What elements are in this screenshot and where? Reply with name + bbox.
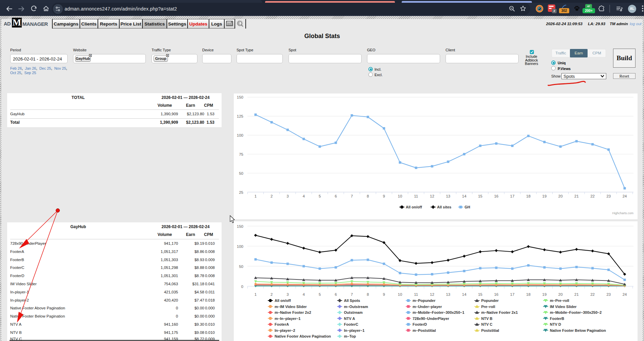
- svg-text:16: 16: [494, 292, 499, 296]
- svg-text:m–Popunder: m–Popunder: [413, 299, 436, 303]
- svg-text:21: 21: [574, 292, 579, 296]
- svg-text:m–In–player–1: m–In–player–1: [275, 317, 300, 321]
- svg-text:In–player–2: In–player–2: [275, 328, 295, 333]
- svg-text:m–Top: m–Top: [344, 334, 356, 338]
- svg-text:5: 5: [319, 292, 321, 296]
- svg-text:13: 13: [446, 292, 450, 296]
- svg-text:20: 20: [558, 194, 563, 198]
- svg-text:In–player–1: In–player–1: [344, 328, 365, 333]
- svg-text:Native Footer Below Pagination: Native Footer Below Pagination: [550, 328, 606, 333]
- svg-text:Outstream: Outstream: [344, 310, 363, 314]
- svg-text:NTV C: NTV C: [481, 322, 492, 326]
- svg-text:1: 1: [255, 292, 257, 296]
- svg-text:FooterD: FooterD: [413, 322, 427, 326]
- svg-text:25: 25: [239, 190, 243, 194]
- svg-text:m–IM Video Slider: m–IM Video Slider: [275, 305, 307, 309]
- svg-text:21: 21: [574, 194, 579, 198]
- svg-text:100: 100: [237, 244, 243, 249]
- svg-text:19: 19: [542, 292, 547, 296]
- svg-text:23: 23: [606, 292, 611, 296]
- svg-text:12: 12: [430, 292, 434, 296]
- svg-text:2: 2: [271, 194, 273, 198]
- svg-text:16: 16: [494, 194, 499, 198]
- svg-text:All Spots: All Spots: [344, 299, 360, 303]
- svg-text:FooterC: FooterC: [344, 322, 358, 326]
- svg-text:m–Under–player: m–Under–player: [413, 305, 442, 309]
- svg-text:17: 17: [510, 194, 515, 198]
- svg-text:125: 125: [237, 114, 243, 118]
- svg-text:Pre–roll: Pre–roll: [481, 305, 495, 309]
- svg-text:m–Mobile–Footer–300x250–1: m–Mobile–Footer–300x250–1: [413, 310, 464, 314]
- svg-text:11: 11: [414, 292, 418, 296]
- svg-text:14: 14: [462, 292, 467, 296]
- svg-text:15: 15: [478, 194, 483, 198]
- svg-text:20: 20: [558, 292, 563, 296]
- svg-text:1: 1: [255, 194, 257, 198]
- svg-text:23: 23: [606, 194, 611, 198]
- svg-text:24: 24: [623, 194, 627, 198]
- svg-text:50: 50: [239, 265, 243, 269]
- svg-text:8: 8: [367, 194, 369, 198]
- svg-text:13: 13: [446, 194, 450, 198]
- svg-text:Highcharts.com: Highcharts.com: [612, 211, 633, 215]
- svg-text:NTV B: NTV B: [481, 317, 492, 321]
- svg-text:14: 14: [462, 194, 467, 198]
- svg-text:15: 15: [478, 292, 483, 296]
- svg-text:5: 5: [319, 194, 321, 198]
- svg-text:728x90–UnderPlayer: 728x90–UnderPlayer: [413, 317, 449, 321]
- svg-text:GH: GH: [465, 205, 470, 209]
- svg-text:Native Footer Above Pagination: Native Footer Above Pagination: [275, 334, 331, 338]
- svg-text:18: 18: [526, 292, 530, 296]
- svg-text:m–Pre–roll: m–Pre–roll: [550, 299, 569, 303]
- svg-text:4: 4: [302, 292, 305, 296]
- svg-text:m–Poststitial: m–Poststitial: [413, 328, 436, 333]
- svg-text:22: 22: [590, 194, 595, 198]
- svg-text:100: 100: [237, 133, 243, 137]
- svg-text:18: 18: [526, 194, 530, 198]
- svg-text:3: 3: [286, 292, 289, 296]
- svg-text:All on/off: All on/off: [406, 205, 422, 209]
- svg-text:6: 6: [335, 194, 337, 198]
- svg-text:Poststitial: Poststitial: [481, 328, 499, 333]
- svg-text:75: 75: [239, 152, 243, 156]
- svg-text:24: 24: [623, 292, 627, 296]
- svg-text:19: 19: [542, 194, 547, 198]
- svg-text:m–Mobile–Footer–300x250–2: m–Mobile–Footer–300x250–2: [550, 310, 602, 314]
- svg-text:0: 0: [241, 285, 243, 289]
- svg-text:m–Native Footer 2x2: m–Native Footer 2x2: [275, 310, 311, 314]
- svg-text:IM Video Slider: IM Video Slider: [550, 305, 577, 309]
- svg-text:10: 10: [398, 194, 402, 198]
- svg-text:All sites: All sites: [437, 205, 451, 209]
- svg-text:All on/off: All on/off: [275, 299, 291, 303]
- svg-text:6: 6: [335, 292, 337, 296]
- svg-text:9: 9: [383, 194, 385, 198]
- svg-text:2: 2: [271, 292, 273, 296]
- svg-text:50: 50: [239, 171, 243, 175]
- svg-text:FooterB: FooterB: [550, 317, 564, 321]
- svg-text:8: 8: [367, 292, 369, 296]
- svg-text:7: 7: [351, 292, 353, 296]
- svg-text:4: 4: [302, 194, 305, 198]
- svg-text:3: 3: [286, 194, 289, 198]
- svg-text:9: 9: [383, 292, 385, 296]
- svg-text:NTV D: NTV D: [550, 322, 561, 326]
- svg-text:11: 11: [414, 194, 418, 198]
- svg-text:22: 22: [590, 292, 595, 296]
- svg-text:12: 12: [430, 194, 434, 198]
- svg-text:m–Outstream: m–Outstream: [344, 305, 368, 309]
- svg-text:m–Native Footer 2x1: m–Native Footer 2x1: [481, 310, 518, 314]
- svg-text:Popunder: Popunder: [481, 299, 499, 303]
- svg-text:NTV A: NTV A: [344, 317, 355, 321]
- svg-text:17: 17: [510, 292, 515, 296]
- svg-text:FooterA: FooterA: [275, 322, 289, 326]
- svg-text:7: 7: [351, 194, 353, 198]
- svg-text:150: 150: [237, 224, 243, 228]
- svg-text:10: 10: [398, 292, 402, 296]
- svg-text:150: 150: [237, 95, 243, 99]
